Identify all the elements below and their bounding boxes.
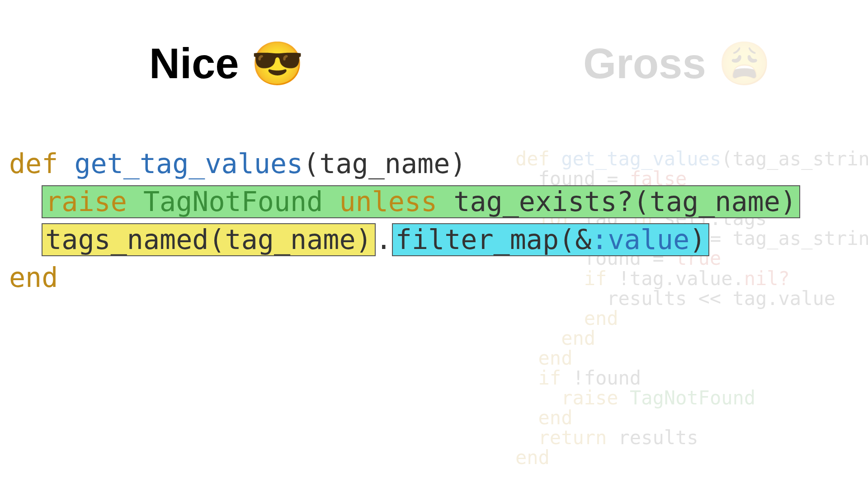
highlight-yellow: tags_named(tag_name) xyxy=(42,223,375,256)
slide: Nice 😎 Gross 😩 def get_tag_values(tag_as… xyxy=(0,0,868,488)
code-text xyxy=(515,307,584,329)
kw-if: if xyxy=(538,367,561,389)
kw-end: end xyxy=(538,407,573,429)
weary-emoji-icon: 😩 xyxy=(718,39,771,89)
kw-def: def xyxy=(9,148,58,179)
lit-nil: nil? xyxy=(744,267,790,290)
paren-close: ) xyxy=(689,224,706,255)
kw-raise: raise xyxy=(45,186,127,217)
code-nice-pre: def get_tag_values(tag_name) raise TagNo… xyxy=(9,145,732,296)
heading-gross-text: Gross xyxy=(583,40,718,87)
highlight-cyan: filter_map(&:value) xyxy=(392,223,709,256)
params: (tag_as_string) xyxy=(721,148,868,170)
code-block-nice: def get_tag_values(tag_name) raise TagNo… xyxy=(9,145,732,296)
heading-nice: Nice 😎 xyxy=(149,39,304,89)
kw-end: end xyxy=(584,307,618,329)
kw-unless: unless xyxy=(339,186,437,217)
kw-end: end xyxy=(538,347,573,369)
kw-end: end xyxy=(561,327,595,349)
code-text xyxy=(515,427,538,449)
code-text xyxy=(618,387,630,409)
kw-raise: raise xyxy=(561,387,618,409)
highlight-green: raise TagNotFound unless tag_exists?(tag… xyxy=(42,185,800,218)
code-text xyxy=(515,387,561,409)
kw-end: end xyxy=(9,262,58,293)
paren-open: ( xyxy=(303,148,319,179)
sunglasses-emoji-icon: 😎 xyxy=(251,39,304,89)
code-text xyxy=(515,367,538,389)
paren-close: ) xyxy=(450,148,466,179)
cls-name: TagNotFound xyxy=(630,387,755,409)
call-expr: filter_map(& xyxy=(396,224,591,255)
param: tag_name xyxy=(319,148,450,179)
heading-gross: Gross 😩 xyxy=(583,39,771,89)
code-text xyxy=(515,327,561,349)
call-expr: tags_named(tag_name) xyxy=(45,224,372,255)
op-dot: . xyxy=(376,224,392,255)
cls-name: TagNotFound xyxy=(143,186,323,217)
kw-return: return xyxy=(538,427,607,449)
code-text: !found xyxy=(561,367,641,389)
fn-name: get_tag_values xyxy=(75,148,303,179)
heading-nice-text: Nice xyxy=(149,40,251,87)
kw-end: end xyxy=(515,446,550,469)
call-expr: tag_exists?(tag_name) xyxy=(453,186,797,217)
code-text xyxy=(515,347,538,369)
code-text: results xyxy=(607,427,698,449)
code-text xyxy=(515,407,538,429)
sym-value: :value xyxy=(591,224,689,255)
